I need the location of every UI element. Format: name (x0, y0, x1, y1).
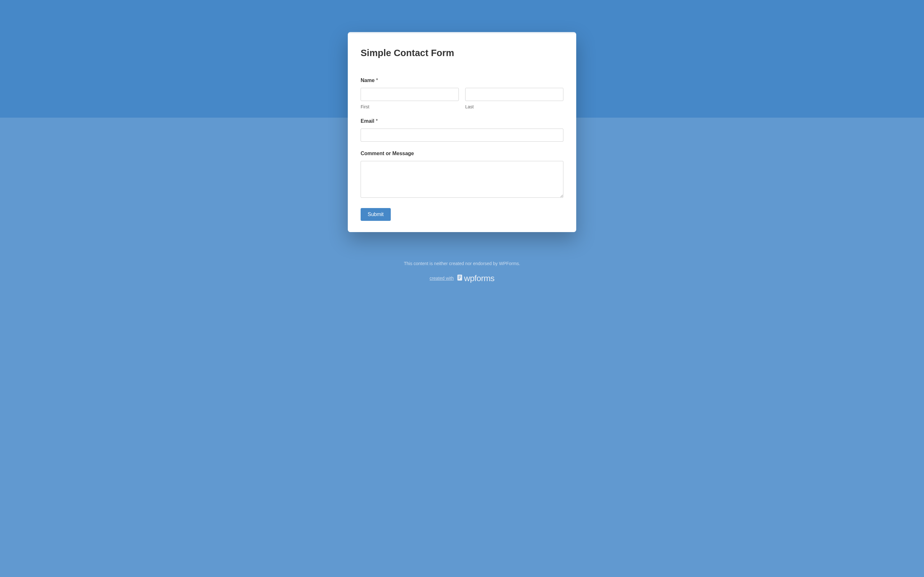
name-required-mark: * (376, 77, 378, 83)
wpforms-logo[interactable]: wpforms (456, 274, 494, 282)
first-name-col: First (360, 88, 459, 109)
name-label-text: Name (360, 77, 375, 83)
last-name-col: Last (465, 88, 564, 109)
name-label: Name * (360, 77, 564, 83)
wpforms-icon (456, 274, 463, 282)
form-card: Simple Contact Form Name * First Last Em… (348, 32, 576, 232)
disclaimer-text: This content is neither created nor endo… (404, 261, 520, 266)
email-input[interactable] (360, 129, 564, 142)
message-label: Comment or Message (360, 151, 564, 156)
first-name-input[interactable] (360, 88, 459, 101)
footer: This content is neither created nor endo… (404, 261, 520, 289)
created-with-link[interactable]: created with (430, 276, 454, 281)
name-field-group: Name * First Last (360, 77, 564, 109)
last-name-sublabel: Last (465, 104, 564, 109)
name-row: First Last (360, 88, 564, 109)
submit-button[interactable]: Submit (360, 208, 391, 221)
email-field-group: Email * (360, 118, 564, 142)
first-name-sublabel: First (360, 104, 459, 109)
email-label-text: Email (360, 118, 375, 124)
email-label: Email * (360, 118, 564, 124)
last-name-input[interactable] (465, 88, 564, 101)
wpforms-logo-text: wpforms (464, 274, 494, 282)
email-required-mark: * (376, 118, 378, 124)
created-with-row: created with wpforms (404, 274, 520, 282)
message-input[interactable] (360, 161, 564, 198)
form-title: Simple Contact Form (360, 48, 564, 58)
message-field-group: Comment or Message (360, 151, 564, 199)
